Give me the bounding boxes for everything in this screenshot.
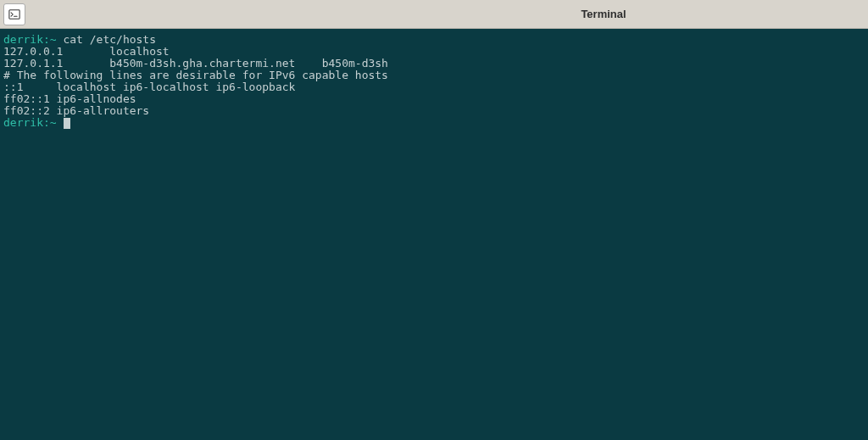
prompt-separator: :~ [43, 116, 57, 129]
prompt-user: derrik [3, 116, 43, 129]
terminal-icon [8, 8, 20, 20]
prompt-line-2: derrik:~ [3, 117, 865, 129]
output-line: 127.0.0.1 localhost [3, 46, 865, 58]
svg-rect-0 [9, 9, 19, 19]
output-line: # The following lines are desirable for … [3, 70, 865, 81]
prompt-separator: :~ [43, 33, 57, 46]
terminal-cursor [64, 118, 70, 129]
terminal-output-area[interactable]: derrik:~ cat /etc/hosts127.0.0.1 localho… [0, 29, 868, 440]
output-line: ::1 localhost ip6-localhost ip6-loopback [3, 81, 865, 93]
output-line: 127.0.1.1 b450m-d3sh.gha.chartermi.net b… [3, 58, 865, 70]
window-title: Terminal [581, 8, 626, 20]
window-titlebar: Terminal [0, 0, 868, 29]
prompt-user: derrik [3, 33, 43, 46]
command-text: cat /etc/hosts [63, 33, 156, 46]
output-line: ff02::2 ip6-allrouters [3, 105, 865, 117]
titlebar-app-button[interactable] [3, 3, 25, 25]
output-line: ff02::1 ip6-allnodes [3, 93, 865, 105]
prompt-line-1: derrik:~ cat /etc/hosts [3, 34, 865, 46]
